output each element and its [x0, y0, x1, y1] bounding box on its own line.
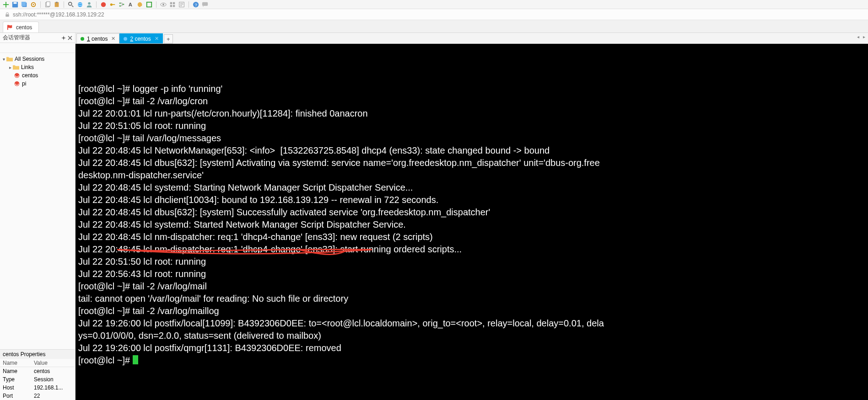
svg-rect-31: [202, 2, 208, 5]
svg-point-5: [33, 4, 34, 5]
tree-item-label: centos: [22, 72, 38, 79]
svg-rect-19: [123, 4, 124, 5]
prop-value: Session: [32, 376, 75, 383]
tab-hotkey: 1: [87, 36, 90, 42]
session-icon: [14, 80, 20, 87]
font-icon[interactable]: A: [128, 1, 134, 8]
terminal-line: Jul 22 20:48:45 lcl systemd: Starting Ne…: [78, 181, 865, 194]
session-tab-centos[interactable]: centos: [3, 21, 39, 32]
tree-item-pi[interactable]: pi: [1, 80, 74, 88]
chat-icon[interactable]: [202, 1, 208, 8]
help-icon[interactable]: ?: [193, 1, 199, 8]
tree-icon[interactable]: [119, 1, 125, 8]
key-icon[interactable]: [109, 1, 116, 8]
pin-icon[interactable]: [61, 36, 66, 40]
session-filter-input[interactable]: [0, 43, 74, 53]
terminal-line: [root@lcl ~]# tail -2 /var/log/maillog: [78, 305, 865, 317]
session-tree: ▾ All Sessions ▸ Links centos pi: [0, 53, 75, 349]
content-area: 1 centos ✕ 2 centos ✕ + ◂ ▸ [root@lcl ~]…: [75, 33, 868, 400]
cursor: [133, 355, 138, 364]
terminal-line: Jul 22 20:01:01 lcl run-parts(/etc/cron.…: [78, 107, 865, 120]
grid-icon[interactable]: [169, 1, 176, 8]
globe-icon[interactable]: [77, 1, 83, 8]
terminal-line: Jul 22 20:48:45 lcl dhclient[10034]: bou…: [78, 194, 865, 206]
tab-close-icon[interactable]: ✕: [111, 36, 115, 42]
terminal[interactable]: [root@lcl ~]# logger -p info 'running'[r…: [75, 44, 868, 400]
paste-icon[interactable]: [54, 1, 60, 8]
status-dot-icon: [124, 37, 127, 41]
properties-col-name: Name: [0, 360, 32, 366]
svg-rect-3: [22, 1, 26, 6]
tree-item-centos[interactable]: centos: [1, 71, 74, 80]
address-bar[interactable]: ssh://root:******@192.168.139.129:22: [0, 9, 868, 20]
status-dot-icon: [81, 37, 84, 41]
terminal-tab-2[interactable]: 2 centos ✕: [119, 33, 162, 43]
twisty-icon[interactable]: ▾: [1, 57, 6, 62]
folder-icon: [13, 64, 19, 70]
address-text: ssh://root:******@192.168.139.129:22: [13, 11, 104, 18]
separator: [40, 1, 41, 8]
svg-rect-21: [147, 2, 152, 7]
terminal-line: [root@lcl ~]# logger -p info 'running': [78, 83, 865, 95]
session-filter-row: [0, 43, 75, 53]
svg-point-15: [110, 3, 113, 5]
svg-rect-27: [173, 5, 175, 6]
svg-rect-25: [173, 2, 175, 4]
script-icon[interactable]: [178, 1, 185, 8]
terminal-line: Jul 22 20:48:45 lcl nm-dispatcher: req:1…: [78, 231, 865, 243]
palette-icon[interactable]: [137, 1, 143, 8]
flag-icon: [7, 25, 13, 30]
property-row: Host192.168.1...: [0, 384, 75, 392]
tab-prev-icon[interactable]: ◂: [856, 34, 860, 39]
separator: [64, 1, 64, 8]
settings-icon[interactable]: [30, 1, 37, 8]
terminal-line: ys=0.01/0/0/0, dsn=2.0.0, status=sent (d…: [78, 330, 865, 342]
tree-item-label: pi: [22, 80, 26, 87]
svg-text:A: A: [129, 2, 132, 7]
session-manager-title: 会话管理器: [3, 34, 30, 42]
terminal-tab-bar: 1 centos ✕ 2 centos ✕ + ◂ ▸: [75, 33, 868, 44]
svg-rect-1: [14, 2, 17, 4]
svg-rect-18: [119, 5, 121, 6]
new-tab-button[interactable]: +: [164, 34, 173, 43]
floppy-icon[interactable]: [12, 1, 18, 8]
svg-point-23: [162, 4, 164, 5]
sidebar: 会话管理器 ▾ All Sessions ▸ Links ce: [0, 33, 75, 400]
plus-icon[interactable]: [3, 1, 9, 8]
tab-close-icon[interactable]: ✕: [155, 36, 159, 42]
users-icon[interactable]: [86, 1, 92, 8]
terminal-tab-1[interactable]: 1 centos ✕: [76, 33, 119, 43]
tree-root[interactable]: ▾ All Sessions: [1, 55, 74, 63]
tree-root-label: All Sessions: [15, 56, 44, 62]
svg-point-11: [78, 2, 83, 7]
terminal-line: Jul 22 20:48:45 lcl dbus[632]: [system] …: [78, 157, 865, 169]
prop-value: centos: [32, 368, 75, 374]
maximize-icon[interactable]: [146, 1, 152, 8]
property-row: Port22: [0, 392, 75, 400]
find-icon[interactable]: [68, 1, 74, 8]
tree-links[interactable]: ▸ Links: [1, 63, 74, 71]
prop-name: Type: [0, 376, 32, 383]
properties-title: centos Properties: [0, 350, 75, 359]
floppy-multi-icon[interactable]: [21, 1, 27, 8]
session-tab-label: centos: [16, 24, 32, 31]
tab-next-icon[interactable]: ▸: [862, 34, 866, 39]
session-tab-bar: centos: [0, 20, 868, 33]
close-icon[interactable]: [68, 36, 72, 40]
prop-name: Name: [0, 368, 32, 374]
separator: [189, 1, 189, 8]
session-manager-header: 会话管理器: [0, 33, 75, 43]
twisty-icon[interactable]: ▸: [7, 65, 13, 70]
power-red-icon[interactable]: [100, 1, 107, 8]
terminal-line: Jul 22 20:56:43 lcl root: running: [78, 268, 865, 280]
tab-nav: ◂ ▸: [856, 34, 866, 39]
svg-point-14: [101, 2, 106, 7]
terminal-line: [root@lcl ~]# tail /var/log/messages: [78, 132, 865, 144]
svg-rect-26: [170, 5, 172, 6]
prop-value: 192.168.1...: [32, 384, 75, 391]
terminal-line: [root@lcl ~]# tail -2 /var/log/mail: [78, 280, 865, 293]
terminal-line: desktop.nm-dispatcher.service': [78, 169, 865, 181]
copy-icon[interactable]: [44, 1, 51, 8]
terminal-line: [root@lcl ~]#: [78, 354, 865, 367]
eye-icon[interactable]: [160, 1, 167, 8]
